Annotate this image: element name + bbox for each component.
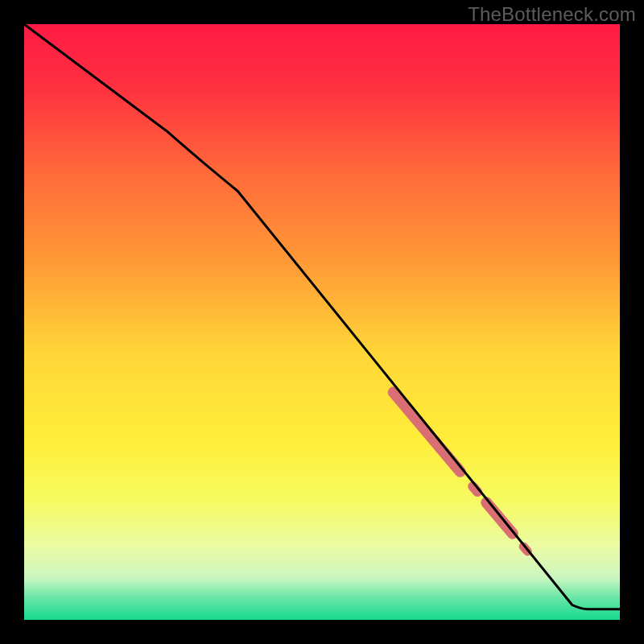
watermark-text: TheBottleneck.com (468, 3, 636, 26)
plot-area (24, 24, 620, 620)
chart-stage: TheBottleneck.com (0, 0, 644, 644)
chart-svg (24, 24, 620, 620)
gradient-background (24, 24, 620, 620)
